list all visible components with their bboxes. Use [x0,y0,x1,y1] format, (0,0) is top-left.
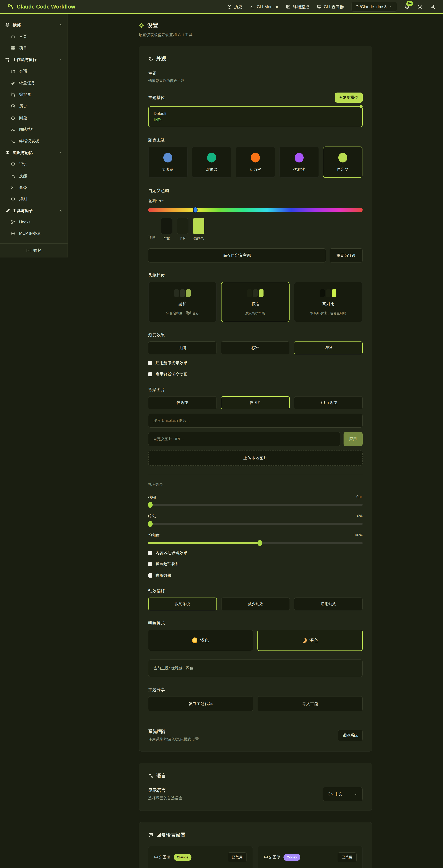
active-slot-dot [360,105,362,108]
darken-slider[interactable] [148,523,362,525]
slider-thumb[interactable] [257,540,262,546]
color-theme-option-orange[interactable]: 活力橙 [235,147,275,178]
slider-label: 模糊 [148,495,156,500]
color-theme-option-blue[interactable]: 经典蓝 [148,147,188,178]
sidebar-item-projects[interactable]: 项目 [0,42,67,54]
hue-slider[interactable] [148,208,362,212]
sidebar-group-tools[interactable]: 工具与钩子 [0,205,67,217]
checkbox-unchecked[interactable] [148,372,152,376]
sidebar-item-commands[interactable]: 命令 [0,182,67,193]
sidebar-item-hooks[interactable]: Hooks [0,217,67,227]
sidebar-item-memory[interactable]: 记忆 [0,158,67,170]
git-branch-icon [11,220,15,224]
bg-gradient-anim-checkbox-row[interactable]: 启用背景渐变动画 [148,372,362,377]
style-tier-soft[interactable]: 柔和 降低饱和度，柔和色彩 [148,282,217,322]
language-select[interactable]: CN 中文 [323,787,362,801]
hover-glow-checkbox-row[interactable]: 启用悬停光晕效果 [148,360,362,366]
slider-thumb[interactable] [148,521,153,527]
workflow-logo-icon [8,4,13,10]
save-custom-theme-button[interactable]: 保存自定义主题 [148,248,326,262]
sidebar-group-workflow[interactable]: 工作流与执行 [0,54,67,65]
gradient-standard-button[interactable]: 标准 [221,341,289,354]
disabled-toggle-button[interactable]: 已禁用 [338,852,356,862]
display-language-row: 显示语言 选择界面的首选语言 CN 中文 [148,787,362,801]
sidebar-item-terminal-dashboard[interactable]: 终端仪表板 [0,135,67,147]
bg-gradient-only-button[interactable]: 仅渐变 [148,396,217,409]
notifications-button[interactable]: 9+ [405,4,410,10]
appearance-card: 外观 主题 选择您喜欢的颜色主题 主题槽位 + 复制槽位 Default 使用中… [139,46,372,751]
theme-slot-default[interactable]: Default 使用中 [148,106,362,127]
disabled-toggle-button[interactable]: 已禁用 [228,852,247,862]
sidebar-item-history[interactable]: 历史 [0,100,67,112]
project-selector[interactable]: D:/Claude_dms3 [351,2,397,12]
theme-share-label: 主题分享 [148,687,362,692]
unsplash-search-input[interactable] [148,414,362,428]
copy-theme-code-button[interactable]: 复制主题代码 [148,696,253,711]
saturation-slider[interactable] [148,542,362,544]
dark-mode-button[interactable]: 深色 [257,630,362,651]
anim-follow-system-button[interactable]: 跟随系统 [148,597,217,610]
light-mode-button[interactable]: 浅色 [148,630,253,651]
app-brand[interactable]: Claude Code Workflow [8,4,75,10]
sidebar-item-mcp-servers[interactable]: MCP 服务器 [0,227,67,239]
sidebar-item-orchestrator[interactable]: 编排器 [0,89,67,100]
sidebar-group-overview[interactable]: 概览 [0,19,67,31]
style-tier-standard[interactable]: 标准 默认均衡外观 [221,282,289,322]
slider-thumb[interactable] [148,502,153,508]
frosted-glass-checkbox-row[interactable]: 内容区毛玻璃效果 [148,550,362,556]
clock-icon [227,4,232,9]
bg-image-only-button[interactable]: 仅图片 [221,396,290,409]
sidebar-collapse-button[interactable]: 收起 [0,243,67,257]
noise-texture-checkbox-row[interactable]: 噪点纹理叠加 [148,561,362,567]
sidebar-item-team-exec[interactable]: 团队执行 [0,124,67,135]
user-icon[interactable] [430,4,435,9]
checkbox-unchecked[interactable] [148,562,152,566]
color-theme-option-purple[interactable]: 优雅紫 [279,147,319,178]
sidebar-item-sessions[interactable]: 会话 [0,65,67,77]
preview-swatch [177,218,188,234]
sidebar-group-knowledge[interactable]: 知识与记忆 [0,147,67,158]
animation-pref-label: 动效偏好 [148,588,362,594]
language-title: 语言 [148,773,362,779]
sidebar-item-label: 记忆 [19,162,27,167]
terminal-window-icon [286,4,290,9]
sidebar-item-home[interactable]: 首页 [0,31,67,42]
checkbox-unchecked[interactable] [148,361,152,365]
anim-reduced-button[interactable]: 减少动效 [221,597,290,610]
reset-to-preset-button[interactable]: 重置为预设 [330,248,362,262]
hue-slider-thumb[interactable] [193,207,197,213]
follow-system-button[interactable]: 跟随系统 [338,730,362,741]
chevron-up-icon [59,151,62,155]
color-theme-option-green[interactable]: 深邃绿 [192,147,231,178]
gradient-enhanced-button[interactable]: 增强 [294,341,362,354]
gradient-off-button[interactable]: 关闭 [148,341,217,354]
style-tier-high-contrast[interactable]: 高对比 增强可读性，色彩更鲜明 [294,282,362,322]
nav-cli-monitor[interactable]: CLI Monitor [250,4,278,9]
import-theme-button[interactable]: 导入主题 [258,696,362,711]
sidebar-item-issues[interactable]: 问题 [0,112,67,124]
custom-image-url-input[interactable] [148,432,340,446]
vignette-checkbox-row[interactable]: 暗角效果 [148,573,362,578]
sidebar-item-light-tasks[interactable]: 轻量任务 [0,77,67,89]
bg-image-gradient-button[interactable]: 图片+渐变 [294,396,362,409]
checkbox-unchecked[interactable] [148,551,152,555]
nav-history[interactable]: 历史 [227,4,242,9]
system-follow-label: 系统跟随 [148,728,199,734]
blur-slider[interactable] [148,504,362,506]
anim-enabled-button[interactable]: 启用动效 [294,597,362,610]
nav-cli-viewer[interactable]: CLI 查看器 [317,4,344,9]
copy-slot-button[interactable]: + 复制槽位 [335,93,362,102]
hue-value-label: 色调: 78° [148,198,362,204]
theme-toggle-sun-icon[interactable] [417,4,422,9]
theme-share-buttons: 复制主题代码 导入主题 [148,696,362,711]
nav-terminal-monitor[interactable]: 终端监控 [286,4,309,9]
upload-local-image-button[interactable]: 上传本地图片 [148,451,362,466]
terminal-icon [250,4,254,9]
color-theme-option-custom[interactable]: 自定义 [323,147,362,178]
terminal-icon [11,185,15,190]
checkbox-unchecked[interactable] [148,574,152,578]
apply-url-button[interactable]: 应用 [344,432,362,446]
system-follow-desc: 使用系统的深色/浅色模式设置 [148,737,199,742]
sidebar-item-skills[interactable]: 技能 [0,170,67,182]
sidebar-item-rules[interactable]: 规则 [0,193,67,205]
